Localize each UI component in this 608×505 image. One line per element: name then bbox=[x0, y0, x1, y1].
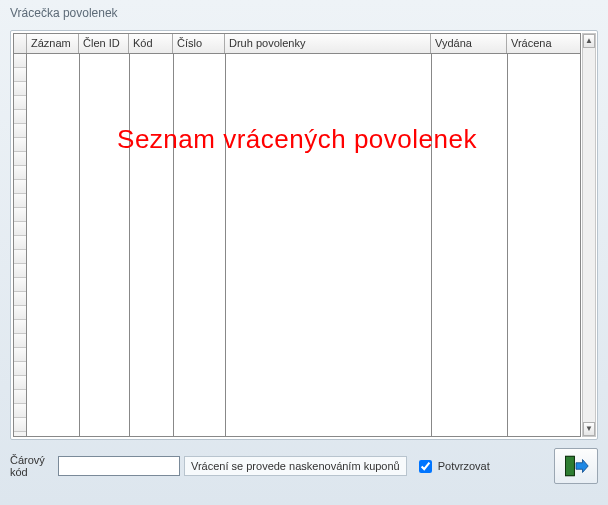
confirm-checkbox-wrap[interactable]: Potvrzovat bbox=[415, 457, 490, 476]
grid-header: Záznam Člen ID Kód Číslo Druh povolenky … bbox=[14, 34, 580, 54]
confirm-checkbox[interactable] bbox=[419, 460, 432, 473]
grid-header-vracena[interactable]: Vrácena bbox=[507, 34, 579, 53]
grid-header-druh[interactable]: Druh povolenky bbox=[225, 34, 431, 53]
exit-button[interactable] bbox=[554, 448, 598, 484]
barcode-label: Čárový kód bbox=[10, 454, 54, 478]
grid-colline bbox=[431, 54, 432, 436]
data-grid[interactable]: Záznam Člen ID Kód Číslo Druh povolenky … bbox=[13, 33, 581, 437]
bottom-bar: Čárový kód Vrácení se provede naskenován… bbox=[10, 444, 598, 488]
window-title: Vrácečka povolenek bbox=[0, 0, 608, 26]
exit-door-icon bbox=[563, 453, 589, 479]
grid-header-stub bbox=[14, 34, 27, 53]
scroll-up-icon[interactable]: ▲ bbox=[583, 34, 595, 48]
svg-rect-0 bbox=[565, 456, 574, 476]
grid-overlay-caption: Seznam vrácených povolenek bbox=[14, 124, 580, 155]
grid-colline bbox=[507, 54, 508, 436]
grid-row-stubs bbox=[14, 54, 27, 436]
grid-header-cislo[interactable]: Číslo bbox=[173, 34, 225, 53]
grid-colline bbox=[173, 54, 174, 436]
grid-colline bbox=[225, 54, 226, 436]
svg-marker-2 bbox=[576, 460, 588, 473]
window: Vrácečka povolenek Záznam Člen ID Kód Čí… bbox=[0, 0, 608, 505]
grid-panel: Záznam Člen ID Kód Číslo Druh povolenky … bbox=[10, 30, 598, 440]
grid-header-kod[interactable]: Kód bbox=[129, 34, 173, 53]
scroll-down-icon[interactable]: ▼ bbox=[583, 422, 595, 436]
grid-body[interactable]: Seznam vrácených povolenek bbox=[14, 54, 580, 436]
scan-hint: Vrácení se provede naskenováním kuponů bbox=[184, 456, 407, 476]
vertical-scrollbar[interactable]: ▲ ▼ bbox=[582, 33, 596, 437]
grid-header-zaznam[interactable]: Záznam bbox=[27, 34, 79, 53]
grid-colline bbox=[129, 54, 130, 436]
grid-header-vydana[interactable]: Vydána bbox=[431, 34, 507, 53]
grid-header-clenid[interactable]: Člen ID bbox=[79, 34, 129, 53]
barcode-input[interactable] bbox=[58, 456, 180, 476]
grid-colline bbox=[79, 54, 80, 436]
confirm-checkbox-label: Potvrzovat bbox=[438, 460, 490, 472]
